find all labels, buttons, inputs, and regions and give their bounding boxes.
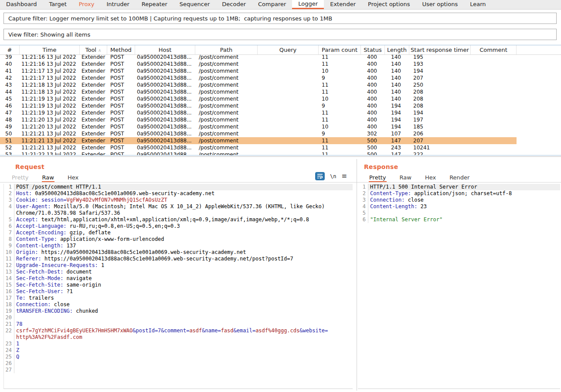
- main-tab-project-options[interactable]: Project options: [362, 0, 416, 9]
- cell-filler: [517, 68, 561, 74]
- cell-query: [258, 68, 319, 74]
- cell-tool: Extender: [80, 61, 107, 68]
- cell-comment: [471, 130, 517, 137]
- cell-timer: 193: [409, 61, 471, 68]
- column-header-id[interactable]: #: [0, 45, 20, 54]
- cell-comment: [471, 116, 517, 123]
- line-number: 1: [358, 184, 368, 190]
- main-tab-dashboard[interactable]: Dashboard: [0, 0, 43, 9]
- cell-comment: [471, 61, 517, 68]
- response-tabs-divider: [357, 182, 561, 182]
- response-tab-hex[interactable]: Hex: [425, 173, 436, 182]
- cell-time: 11:21:18 13 Jul 2022: [20, 81, 80, 88]
- request-tab-raw[interactable]: Raw: [42, 173, 54, 182]
- request-line-23: 231: [4, 341, 353, 347]
- cell-length: 147: [385, 151, 409, 155]
- cell-path: /post/comment: [195, 68, 258, 74]
- line-number: 2: [358, 190, 368, 197]
- log-row-50[interactable]: 5011:21:21 13 Jul 2022ExtenderPOST0a9500…: [0, 130, 561, 137]
- column-header-length[interactable]: Length: [385, 45, 409, 54]
- main-tab-target[interactable]: Target: [43, 0, 73, 9]
- cell-host: 0a9500020413d88...: [135, 116, 195, 123]
- column-header-time[interactable]: Time: [20, 45, 80, 54]
- main-tab-repeater[interactable]: Repeater: [136, 0, 173, 9]
- cell-tool: Extender: [80, 68, 107, 74]
- request-line-5: 5Accept: text/html,application/xhtml+xml…: [4, 216, 353, 223]
- cell-method: POST: [107, 109, 135, 116]
- response-editor[interactable]: 1HTTP/1.1 500 Internal Server Error2Cont…: [358, 184, 560, 389]
- line-number: 4: [4, 203, 14, 216]
- request-tab-hex[interactable]: Hex: [67, 173, 79, 182]
- line-number: 2: [4, 190, 14, 197]
- log-row-41[interactable]: 4111:21:17 13 Jul 2022ExtenderPOST0a9500…: [0, 68, 561, 74]
- column-header-status[interactable]: Status: [361, 45, 385, 54]
- editor-menu-icon[interactable]: ≡: [341, 173, 347, 179]
- main-tab-user-options[interactable]: User options: [416, 0, 464, 9]
- word-wrap-icon[interactable]: [315, 172, 325, 180]
- column-header-host[interactable]: Host: [135, 45, 195, 54]
- line-number: 22: [4, 328, 14, 341]
- log-row-51[interactable]: 5111:21:21 13 Jul 2022ExtenderPOST0a9500…: [0, 137, 561, 144]
- cell-host: 0a9500020413d88...: [135, 95, 195, 102]
- cell-length: 194: [385, 102, 409, 109]
- cell-params: 11: [319, 81, 361, 88]
- newline-icon[interactable]: \n: [330, 173, 336, 179]
- main-tab-intruder[interactable]: Intruder: [100, 0, 135, 9]
- log-row-42[interactable]: 4211:21:17 13 Jul 2022ExtenderPOST0a9500…: [0, 74, 561, 81]
- cell-timer: 250: [409, 81, 471, 88]
- column-header-path[interactable]: Path: [195, 45, 258, 54]
- column-header-method[interactable]: Method: [107, 45, 135, 54]
- cell-params: 11: [319, 109, 361, 116]
- log-row-45[interactable]: 4511:21:19 13 Jul 2022ExtenderPOST0a9500…: [0, 95, 561, 102]
- log-row-48[interactable]: 4811:21:20 13 Jul 2022ExtenderPOST0a9500…: [0, 116, 561, 123]
- cell-method: POST: [107, 68, 135, 74]
- response-tab-raw[interactable]: Raw: [399, 173, 412, 182]
- column-header-params[interactable]: Param count: [319, 45, 361, 54]
- cell-comment: [471, 68, 517, 74]
- horizontal-splitter[interactable]: [0, 156, 561, 157]
- log-row-49[interactable]: 4911:21:20 13 Jul 2022ExtenderPOST0a9500…: [0, 123, 561, 130]
- log-row-53[interactable]: 5311:21:22 13 Jul 2022ExtenderPOST0a9500…: [0, 151, 561, 155]
- log-row-40[interactable]: 4011:21:16 13 Jul 2022ExtenderPOST0a9500…: [0, 61, 561, 68]
- main-tab-logger[interactable]: Logger: [292, 0, 324, 9]
- cell-path: /post/comment: [195, 151, 258, 155]
- column-header-comment[interactable]: Comment: [471, 45, 517, 54]
- log-row-46[interactable]: 4611:21:19 13 Jul 2022ExtenderPOST0a9500…: [0, 102, 561, 109]
- column-header-tool[interactable]: Tool∧: [80, 45, 107, 54]
- cell-comment: [471, 137, 517, 144]
- main-tab-decoder[interactable]: Decoder: [216, 0, 252, 9]
- cell-length: 140: [385, 95, 409, 102]
- line-number: 19: [4, 308, 14, 314]
- log-row-52[interactable]: 5211:21:21 13 Jul 2022ExtenderPOST0a9500…: [0, 144, 561, 151]
- capture-filter-bar[interactable]: Capture filter: Logger memory limit set …: [3, 13, 557, 24]
- response-tab-render[interactable]: Render: [449, 173, 470, 182]
- main-tab-proxy[interactable]: Proxy: [73, 0, 101, 9]
- cell-filler: [517, 116, 561, 123]
- cell-comment: [471, 109, 517, 116]
- request-tab-pretty[interactable]: Pretty: [11, 173, 29, 182]
- line-number: 18: [4, 301, 14, 308]
- main-tab-sequencer[interactable]: Sequencer: [173, 0, 216, 9]
- column-header-query[interactable]: Query: [258, 45, 319, 54]
- cell-path: /post/comment: [195, 116, 258, 123]
- main-tab-learn[interactable]: Learn: [464, 0, 492, 9]
- log-row-47[interactable]: 4711:21:19 13 Jul 2022ExtenderPOST0a9500…: [0, 109, 561, 116]
- cell-length: 140: [385, 68, 409, 74]
- column-header-timer[interactable]: Start response timer: [409, 45, 471, 54]
- main-tab-comparer[interactable]: Comparer: [252, 0, 292, 9]
- cell-tool: Extender: [80, 109, 107, 116]
- request-line-8: 8Content-Type: application/x-www-form-ur…: [4, 236, 353, 243]
- response-tab-pretty[interactable]: Pretty: [369, 173, 387, 182]
- log-row-44[interactable]: 4411:21:18 13 Jul 2022ExtenderPOST0a9500…: [0, 88, 561, 95]
- cell-comment: [471, 144, 517, 151]
- view-filter-bar[interactable]: View filter: Showing all items: [3, 29, 557, 40]
- request-line-13: 13Sec-Fetch-Dest: document: [4, 269, 353, 275]
- logger-table[interactable]: #TimeTool∧MethodHostPathQueryParam count…: [0, 45, 561, 155]
- cell-method: POST: [107, 144, 135, 151]
- main-tab-extender[interactable]: Extender: [324, 0, 362, 9]
- request-editor[interactable]: 1POST /post/comment HTTP/1.12Host: 0a950…: [3, 184, 353, 389]
- cell-timer: 207: [409, 137, 471, 144]
- cell-tool: Extender: [80, 102, 107, 109]
- line-number: 17: [4, 295, 14, 301]
- log-row-43[interactable]: 4311:21:18 13 Jul 2022ExtenderPOST0a9500…: [0, 81, 561, 88]
